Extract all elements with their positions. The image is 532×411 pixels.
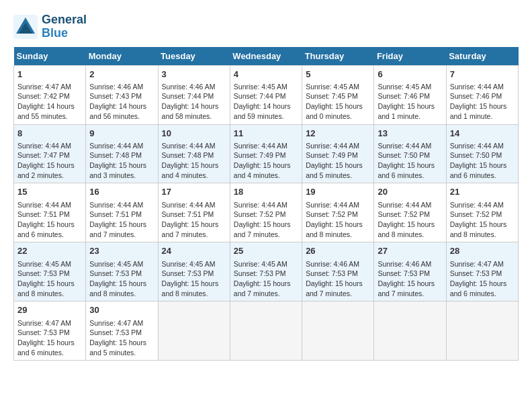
calendar-day-cell [230, 302, 302, 361]
calendar-day-cell: 23Sunrise: 4:45 AMSunset: 7:53 PMDayligh… [86, 242, 158, 302]
calendar-day-cell: 9Sunrise: 4:44 AMSunset: 7:48 PMDaylight… [86, 124, 158, 183]
calendar-week-row: 15Sunrise: 4:44 AMSunset: 7:51 PMDayligh… [14, 183, 519, 242]
day-of-week-header: Sunday [14, 47, 86, 66]
day-number: 10 [162, 128, 226, 140]
calendar-day-cell: 3Sunrise: 4:46 AMSunset: 7:44 PMDaylight… [158, 65, 230, 124]
calendar-day-cell: 25Sunrise: 4:45 AMSunset: 7:53 PMDayligh… [230, 242, 302, 302]
day-info: Sunrise: 4:46 AMSunset: 7:53 PMDaylight:… [306, 259, 370, 299]
calendar-day-cell: 5Sunrise: 4:45 AMSunset: 7:45 PMDaylight… [302, 65, 374, 124]
calendar-day-cell: 11Sunrise: 4:44 AMSunset: 7:49 PMDayligh… [230, 124, 302, 183]
day-number: 26 [306, 245, 370, 257]
calendar-day-cell: 21Sunrise: 4:44 AMSunset: 7:52 PMDayligh… [446, 183, 518, 242]
logo-text: General Blue [42, 13, 87, 40]
day-number: 27 [378, 245, 442, 257]
calendar-day-cell: 1Sunrise: 4:47 AMSunset: 7:42 PMDaylight… [14, 65, 86, 124]
day-number: 24 [162, 245, 226, 257]
day-info: Sunrise: 4:44 AMSunset: 7:51 PMDaylight:… [162, 200, 226, 240]
calendar-day-cell [374, 302, 446, 361]
day-of-week-header: Tuesday [158, 47, 230, 66]
calendar-day-cell: 22Sunrise: 4:45 AMSunset: 7:53 PMDayligh… [14, 242, 86, 302]
day-number: 18 [234, 186, 298, 198]
calendar-day-cell [446, 302, 518, 361]
day-info: Sunrise: 4:44 AMSunset: 7:49 PMDaylight:… [234, 141, 298, 181]
day-info: Sunrise: 4:44 AMSunset: 7:50 PMDaylight:… [450, 141, 515, 181]
day-number: 17 [162, 186, 226, 198]
day-number: 25 [234, 245, 298, 257]
day-info: Sunrise: 4:44 AMSunset: 7:52 PMDaylight:… [306, 200, 370, 240]
day-number: 4 [234, 68, 298, 81]
calendar-day-cell: 13Sunrise: 4:44 AMSunset: 7:50 PMDayligh… [374, 124, 446, 183]
page-header: General Blue [13, 13, 519, 40]
day-info: Sunrise: 4:45 AMSunset: 7:44 PMDaylight:… [234, 82, 298, 122]
day-number: 23 [89, 245, 154, 257]
day-info: Sunrise: 4:44 AMSunset: 7:51 PMDaylight:… [17, 200, 82, 240]
day-of-week-header: Monday [86, 47, 158, 66]
day-number: 8 [17, 128, 82, 140]
day-info: Sunrise: 4:44 AMSunset: 7:51 PMDaylight:… [89, 200, 154, 240]
calendar-week-row: 1Sunrise: 4:47 AMSunset: 7:42 PMDaylight… [14, 65, 519, 124]
day-info: Sunrise: 4:45 AMSunset: 7:53 PMDaylight:… [89, 259, 154, 299]
logo-icon [13, 15, 38, 39]
calendar-day-cell: 6Sunrise: 4:45 AMSunset: 7:46 PMDaylight… [374, 65, 446, 124]
calendar-day-cell: 16Sunrise: 4:44 AMSunset: 7:51 PMDayligh… [86, 183, 158, 242]
day-number: 15 [17, 186, 82, 198]
day-info: Sunrise: 4:46 AMSunset: 7:44 PMDaylight:… [162, 82, 226, 122]
day-number: 1 [17, 68, 82, 81]
day-info: Sunrise: 4:44 AMSunset: 7:48 PMDaylight:… [162, 141, 226, 181]
logo: General Blue [13, 13, 87, 40]
day-info: Sunrise: 4:44 AMSunset: 7:46 PMDaylight:… [450, 82, 515, 122]
calendar-body: 1Sunrise: 4:47 AMSunset: 7:42 PMDaylight… [14, 65, 519, 361]
day-info: Sunrise: 4:47 AMSunset: 7:53 PMDaylight:… [89, 318, 154, 358]
day-info: Sunrise: 4:44 AMSunset: 7:47 PMDaylight:… [17, 141, 82, 181]
day-of-week-row: SundayMondayTuesdayWednesdayThursdayFrid… [14, 47, 519, 66]
calendar-day-cell [302, 302, 374, 361]
day-number: 14 [450, 128, 515, 140]
calendar-day-cell: 17Sunrise: 4:44 AMSunset: 7:51 PMDayligh… [158, 183, 230, 242]
day-info: Sunrise: 4:47 AMSunset: 7:42 PMDaylight:… [17, 82, 82, 122]
calendar-day-cell: 14Sunrise: 4:44 AMSunset: 7:50 PMDayligh… [446, 124, 518, 183]
day-number: 20 [378, 186, 442, 198]
calendar-day-cell: 29Sunrise: 4:47 AMSunset: 7:53 PMDayligh… [14, 302, 86, 361]
day-number: 5 [306, 68, 370, 81]
calendar-week-row: 29Sunrise: 4:47 AMSunset: 7:53 PMDayligh… [14, 302, 519, 361]
calendar-day-cell: 18Sunrise: 4:44 AMSunset: 7:52 PMDayligh… [230, 183, 302, 242]
day-number: 22 [17, 245, 82, 257]
calendar-day-cell: 10Sunrise: 4:44 AMSunset: 7:48 PMDayligh… [158, 124, 230, 183]
day-number: 13 [378, 128, 442, 140]
calendar-week-row: 8Sunrise: 4:44 AMSunset: 7:47 PMDaylight… [14, 124, 519, 183]
calendar-day-cell: 19Sunrise: 4:44 AMSunset: 7:52 PMDayligh… [302, 183, 374, 242]
day-number: 3 [162, 68, 226, 81]
day-number: 6 [378, 68, 442, 81]
calendar-table: SundayMondayTuesdayWednesdayThursdayFrid… [13, 47, 519, 361]
day-info: Sunrise: 4:45 AMSunset: 7:53 PMDaylight:… [162, 259, 226, 299]
day-info: Sunrise: 4:45 AMSunset: 7:46 PMDaylight:… [378, 82, 442, 122]
day-info: Sunrise: 4:44 AMSunset: 7:52 PMDaylight:… [378, 200, 442, 240]
day-number: 9 [89, 128, 154, 140]
calendar-week-row: 22Sunrise: 4:45 AMSunset: 7:53 PMDayligh… [14, 242, 519, 302]
day-of-week-header: Thursday [302, 47, 374, 66]
day-info: Sunrise: 4:45 AMSunset: 7:53 PMDaylight:… [17, 259, 82, 299]
day-info: Sunrise: 4:44 AMSunset: 7:49 PMDaylight:… [306, 141, 370, 181]
day-of-week-header: Saturday [446, 47, 518, 66]
day-number: 16 [89, 186, 154, 198]
calendar-day-cell: 26Sunrise: 4:46 AMSunset: 7:53 PMDayligh… [302, 242, 374, 302]
calendar-day-cell: 8Sunrise: 4:44 AMSunset: 7:47 PMDaylight… [14, 124, 86, 183]
day-info: Sunrise: 4:44 AMSunset: 7:52 PMDaylight:… [234, 200, 298, 240]
day-number: 21 [450, 186, 515, 198]
day-number: 11 [234, 128, 298, 140]
calendar-day-cell: 27Sunrise: 4:46 AMSunset: 7:53 PMDayligh… [374, 242, 446, 302]
day-info: Sunrise: 4:44 AMSunset: 7:50 PMDaylight:… [378, 141, 442, 181]
calendar-day-cell [158, 302, 230, 361]
day-number: 7 [450, 68, 515, 81]
calendar-day-cell: 28Sunrise: 4:47 AMSunset: 7:53 PMDayligh… [446, 242, 518, 302]
calendar-day-cell: 30Sunrise: 4:47 AMSunset: 7:53 PMDayligh… [86, 302, 158, 361]
calendar-day-cell: 12Sunrise: 4:44 AMSunset: 7:49 PMDayligh… [302, 124, 374, 183]
calendar-day-cell: 4Sunrise: 4:45 AMSunset: 7:44 PMDaylight… [230, 65, 302, 124]
day-info: Sunrise: 4:44 AMSunset: 7:52 PMDaylight:… [450, 200, 515, 240]
day-of-week-header: Wednesday [230, 47, 302, 66]
day-info: Sunrise: 4:45 AMSunset: 7:45 PMDaylight:… [306, 82, 370, 122]
calendar-day-cell: 7Sunrise: 4:44 AMSunset: 7:46 PMDaylight… [446, 65, 518, 124]
day-number: 2 [89, 68, 154, 81]
day-number: 12 [306, 128, 370, 140]
day-info: Sunrise: 4:45 AMSunset: 7:53 PMDaylight:… [234, 259, 298, 299]
